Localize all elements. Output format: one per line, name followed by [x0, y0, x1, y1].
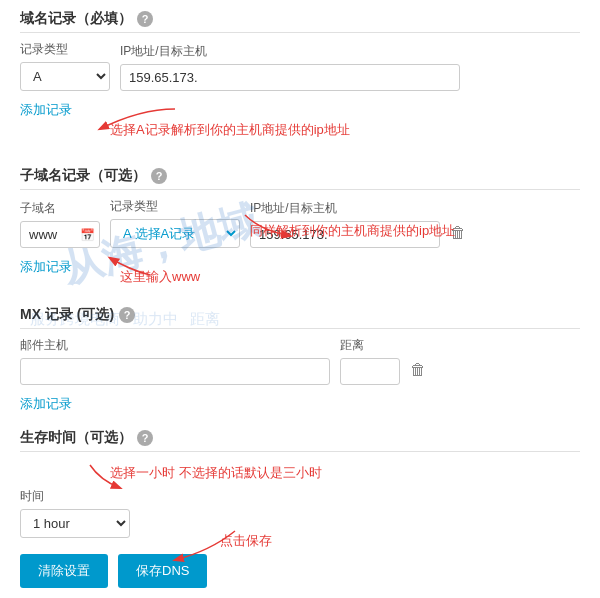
subdomain-ip-input[interactable]	[250, 221, 440, 248]
add-subdomain-record-link[interactable]: 添加记录	[20, 258, 72, 276]
ttl-help-icon[interactable]: ?	[137, 430, 153, 446]
domain-record-title: 域名记录（必填） ?	[20, 10, 580, 33]
subdomain-ip-label: IP地址/目标主机	[250, 200, 440, 217]
domain-annotation: 选择A记录解析到你的主机商提供的ip地址	[110, 121, 350, 139]
domain-annotation-arrow	[80, 99, 180, 139]
distance-group: 距离	[340, 337, 400, 385]
clear-settings-button[interactable]: 清除设置	[20, 554, 108, 588]
add-mx-record-link[interactable]: 添加记录	[20, 395, 72, 413]
record-type-label: 记录类型	[20, 41, 110, 58]
record-type-group: 记录类型 A CNAME MX TXT	[20, 41, 110, 91]
ttl-title: 生存时间（可选） ?	[20, 429, 580, 452]
mx-record-help-icon[interactable]: ?	[119, 307, 135, 323]
subdomain-annotation2: 这里输入www	[120, 268, 200, 286]
subdomain-name-group: 子域名 📅	[20, 200, 100, 248]
distance-input[interactable]	[340, 358, 400, 385]
domain-record-row: 记录类型 A CNAME MX TXT IP地址/目标主机	[20, 41, 580, 91]
subdomain-input[interactable]	[20, 221, 100, 248]
ttl-field-group: 时间 1 hour 2 hours 3 hours Custom	[20, 488, 580, 538]
subdomain-ip-group: IP地址/目标主机	[250, 200, 440, 248]
ip-main-label: IP地址/目标主机	[120, 43, 460, 60]
subdomain-record-row: 子域名 📅 记录类型 A 选择A记录 CNAME MX IP地址/目标主机 🗑	[20, 198, 580, 248]
mail-host-group: 邮件主机	[20, 337, 330, 385]
subdomain-annotation2-arrow	[100, 250, 160, 280]
subdomain-delete-icon[interactable]: 🗑	[450, 224, 466, 248]
subdomain-record-title: 子域名记录（可选） ?	[20, 167, 580, 190]
mail-host-input[interactable]	[20, 358, 330, 385]
subdomain-record-help-icon[interactable]: ?	[151, 168, 167, 184]
ttl-time-label: 时间	[20, 488, 580, 505]
save-dns-button[interactable]: 保存DNS	[118, 554, 207, 588]
mail-host-label: 邮件主机	[20, 337, 330, 354]
mx-delete-icon[interactable]: 🗑	[410, 361, 426, 385]
mx-record-row: 邮件主机 距离 🗑	[20, 337, 580, 385]
record-type-select[interactable]: A CNAME MX TXT	[20, 62, 110, 91]
ip-main-group: IP地址/目标主机	[120, 43, 460, 91]
subdomain-type-label: 记录类型	[110, 198, 240, 215]
subdomain-label: 子域名	[20, 200, 100, 217]
subdomain-type-group: 记录类型 A 选择A记录 CNAME MX	[110, 198, 240, 248]
ip-main-input[interactable]	[120, 64, 460, 91]
ttl-annotation: 选择一小时 不选择的话默认是三小时	[110, 464, 322, 482]
domain-record-section: 域名记录（必填） ? 记录类型 A CNAME MX TXT IP地址/目标主机…	[20, 10, 580, 151]
ttl-section: 生存时间（可选） ? 选择一小时 不选择的话默认是三小时 时间 1 hour 2…	[20, 429, 580, 538]
subdomain-type-select[interactable]: A 选择A记录 CNAME MX	[110, 219, 240, 248]
subdomain-record-section: 子域名记录（可选） ? 子域名 📅 记录类型 A 选择A记录 CNAME MX	[20, 167, 580, 290]
ttl-select[interactable]: 1 hour 2 hours 3 hours Custom	[20, 509, 130, 538]
add-domain-record-link[interactable]: 添加记录	[20, 101, 72, 119]
distance-label: 距离	[340, 337, 400, 354]
button-row: 清除设置 保存DNS	[20, 554, 580, 588]
mx-record-section: MX 记录 (可选) ? 邮件主机 距离 🗑 添加记录	[20, 306, 580, 413]
ttl-annotation-arrow	[85, 460, 125, 490]
mx-record-title: MX 记录 (可选) ?	[20, 306, 580, 329]
domain-record-help-icon[interactable]: ?	[137, 11, 153, 27]
